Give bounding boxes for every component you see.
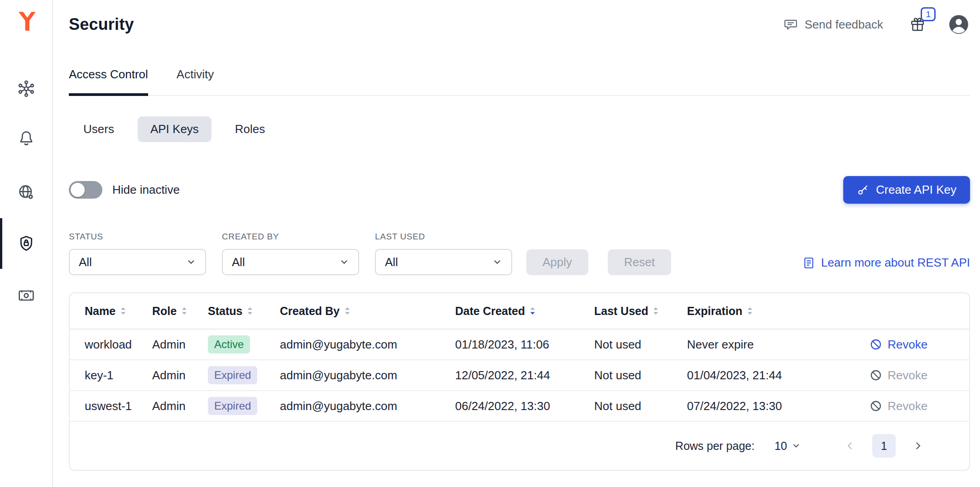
sort-icon bbox=[120, 306, 126, 315]
api-keys-table: Name Role Status Created By Date Created bbox=[69, 292, 970, 471]
app-root: Security Send feedback bbox=[0, 0, 980, 487]
cell-name: key-1 bbox=[85, 368, 152, 382]
gift-button[interactable]: 1 bbox=[909, 16, 926, 33]
filter-status-select[interactable]: All bbox=[69, 249, 206, 275]
revoke-button[interactable]: Revoke bbox=[870, 368, 954, 382]
cell-expiration: Never expire bbox=[687, 338, 870, 352]
subtab-api-keys[interactable]: API Keys bbox=[138, 116, 211, 142]
sort-icon bbox=[653, 306, 659, 315]
filter-created-by: CREATED BY All bbox=[222, 232, 359, 275]
create-api-key-button[interactable]: Create API Key bbox=[843, 176, 970, 204]
column-header-role[interactable]: Role bbox=[152, 305, 208, 318]
cell-created-by: admin@yugabyte.com bbox=[280, 399, 455, 413]
send-feedback-button[interactable]: Send feedback bbox=[783, 17, 883, 32]
tab-activity[interactable]: Activity bbox=[177, 53, 214, 95]
cell-last-used: Not used bbox=[594, 368, 687, 382]
pagination-bar: Rows per page: 10 1 bbox=[70, 422, 969, 470]
cell-name: workload bbox=[85, 338, 152, 352]
column-header-expiration[interactable]: Expiration bbox=[687, 305, 870, 318]
document-icon bbox=[802, 257, 815, 269]
bell-icon bbox=[17, 129, 35, 148]
tab-bar: Access Control Activity bbox=[69, 53, 970, 96]
table-row: key-1 Admin Expired admin@yugabyte.com 1… bbox=[70, 360, 969, 391]
filter-created-by-select[interactable]: All bbox=[222, 249, 359, 275]
apply-button[interactable]: Apply bbox=[526, 249, 588, 275]
table-header-row: Name Role Status Created By Date Created bbox=[70, 293, 969, 329]
revoke-icon bbox=[870, 338, 882, 351]
cell-last-used: Not used bbox=[594, 338, 687, 352]
cell-role: Admin bbox=[152, 338, 208, 352]
subtab-bar: Users API Keys Roles bbox=[69, 117, 970, 141]
reset-button[interactable]: Reset bbox=[608, 249, 671, 275]
column-header-date-created[interactable]: Date Created bbox=[455, 305, 594, 318]
previous-page-button[interactable] bbox=[844, 440, 856, 452]
profile-avatar[interactable] bbox=[947, 13, 970, 36]
cluster-network-icon bbox=[17, 80, 35, 98]
column-header-last-used[interactable]: Last Used bbox=[594, 305, 687, 318]
toolbar: Hide inactive Create API Key bbox=[69, 176, 970, 204]
subtab-users[interactable]: Users bbox=[83, 122, 114, 136]
sort-icon-active bbox=[529, 306, 536, 315]
sidebar-item-alerts[interactable] bbox=[0, 129, 52, 148]
chevron-down-icon bbox=[186, 257, 196, 267]
sidebar-item-clusters[interactable] bbox=[0, 80, 52, 98]
filter-status-label: STATUS bbox=[69, 232, 206, 242]
table-row: workload Admin Active admin@yugabyte.com… bbox=[70, 329, 969, 360]
hide-inactive-label: Hide inactive bbox=[112, 183, 180, 197]
page-header: Security Send feedback bbox=[69, 12, 970, 37]
cell-created-by: admin@yugabyte.com bbox=[280, 368, 455, 382]
sidebar bbox=[0, 0, 53, 487]
chevron-down-icon bbox=[792, 441, 801, 450]
column-header-created-by[interactable]: Created By bbox=[280, 305, 455, 318]
cell-expiration: 07/24/2022, 13:30 bbox=[687, 399, 870, 413]
sidebar-item-security[interactable] bbox=[0, 234, 52, 253]
avatar-icon bbox=[947, 13, 970, 36]
sidebar-item-network[interactable] bbox=[0, 183, 52, 201]
rows-per-page-label: Rows per page: bbox=[675, 439, 754, 453]
sidebar-item-billing[interactable] bbox=[0, 286, 52, 305]
status-badge: Expired bbox=[208, 366, 257, 384]
column-header-status[interactable]: Status bbox=[208, 305, 280, 318]
filter-status-value: All bbox=[79, 255, 92, 269]
revoke-button[interactable]: Revoke bbox=[870, 338, 954, 352]
feedback-bubble-icon bbox=[783, 17, 798, 32]
filter-last-used-label: LAST USED bbox=[375, 232, 512, 242]
cell-role: Admin bbox=[152, 399, 208, 413]
revoke-icon bbox=[870, 369, 882, 382]
filter-last-used-select[interactable]: All bbox=[375, 249, 512, 275]
sort-icon bbox=[247, 306, 253, 315]
sort-icon bbox=[181, 306, 187, 315]
cell-date-created: 06/24/2022, 13:30 bbox=[455, 399, 594, 413]
cell-name: uswest-1 bbox=[85, 399, 152, 413]
chevron-down-icon bbox=[492, 257, 502, 267]
sort-icon bbox=[344, 306, 351, 315]
yugabyte-logo[interactable] bbox=[16, 11, 37, 32]
column-header-name[interactable]: Name bbox=[85, 305, 152, 318]
cell-date-created: 01/18/2023, 11:06 bbox=[455, 338, 594, 352]
page-number-button[interactable]: 1 bbox=[872, 434, 896, 458]
key-icon bbox=[857, 184, 869, 196]
main-content: Security Send feedback bbox=[53, 0, 980, 487]
learn-more-link[interactable]: Learn more about REST API bbox=[802, 256, 970, 270]
filter-status: STATUS All bbox=[69, 232, 206, 275]
rows-per-page-select[interactable]: 10 bbox=[774, 439, 801, 453]
status-badge: Expired bbox=[208, 397, 257, 415]
header-actions: Send feedback 1 bbox=[783, 13, 970, 36]
sort-icon bbox=[747, 306, 753, 315]
shield-lock-icon bbox=[17, 234, 35, 253]
globe-settings-icon bbox=[17, 183, 35, 201]
send-feedback-label: Send feedback bbox=[805, 18, 883, 32]
cell-date-created: 12/05/2022, 21:44 bbox=[455, 368, 594, 382]
chevron-left-icon bbox=[844, 440, 856, 452]
revoke-icon bbox=[870, 400, 882, 412]
learn-more-label: Learn more about REST API bbox=[821, 256, 970, 270]
create-api-key-label: Create API Key bbox=[876, 183, 956, 197]
next-page-button[interactable] bbox=[912, 440, 924, 452]
cell-role: Admin bbox=[152, 368, 208, 382]
hide-inactive-toggle[interactable] bbox=[69, 181, 102, 199]
subtab-roles[interactable]: Roles bbox=[235, 122, 265, 136]
cell-expiration: 01/04/2023, 21:44 bbox=[687, 368, 870, 382]
tab-access-control[interactable]: Access Control bbox=[69, 53, 148, 95]
filter-last-used-value: All bbox=[385, 255, 398, 269]
revoke-button[interactable]: Revoke bbox=[870, 399, 954, 413]
